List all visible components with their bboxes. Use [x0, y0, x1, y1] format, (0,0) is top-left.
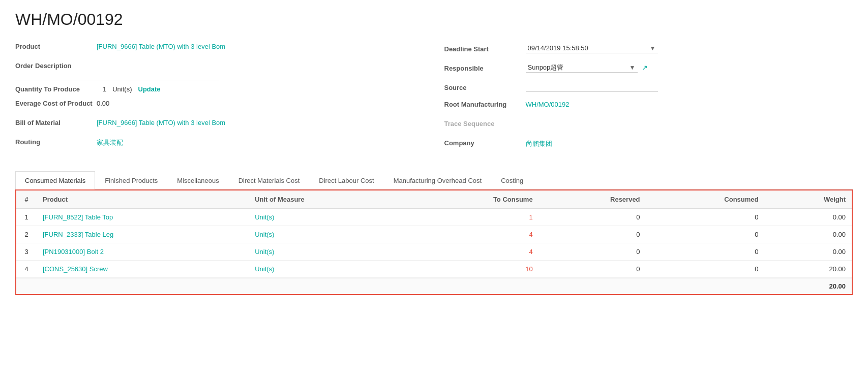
cell-product-1[interactable]: [FURN_8522] Table Top: [37, 209, 249, 226]
everage-cost-value: 0.00: [97, 98, 109, 107]
tab-miscellaneous[interactable]: Miscellaneous: [167, 171, 228, 189]
tab-direct-labour-cost[interactable]: Direct Labour Cost: [309, 171, 383, 189]
table-footer: 20.00: [16, 278, 852, 294]
cell-reserved-3: 0: [539, 243, 646, 261]
cell-num-4: 4: [16, 261, 37, 278]
deadline-label: Deadline Start: [444, 44, 526, 53]
table-row: 4 [CONS_25630] Screw Unit(s) 10 0 0 20.0…: [16, 261, 852, 278]
cell-toconsume-1: 1: [407, 209, 539, 226]
table-header-row: # Product Unit of Measure To Consume Res…: [16, 190, 852, 209]
source-label: Source: [444, 82, 526, 91]
tab-finished-products[interactable]: Finished Products: [95, 171, 167, 189]
responsible-label: Responsible: [444, 63, 526, 72]
cell-consumed-3: 0: [646, 243, 765, 261]
form-left: Product [FURN_9666] Table (MTO) with 3 l…: [15, 41, 424, 157]
qty-value: 1: [103, 85, 106, 93]
table-row: 3 [PN19031000] Bolt 2 Unit(s) 4 0 0 0.00: [16, 243, 852, 261]
col-header-num: #: [16, 190, 37, 209]
col-header-consumed: Consumed: [646, 190, 765, 209]
update-button[interactable]: Update: [138, 85, 161, 93]
col-header-weight: Weight: [765, 190, 852, 209]
cell-num-3: 3: [16, 243, 37, 261]
root-mfg-value[interactable]: WH/MO/00192: [526, 99, 570, 108]
tabs-bar: Consumed Materials Finished Products Mis…: [15, 171, 853, 189]
deadline-input[interactable]: [526, 43, 658, 53]
root-mfg-label: Root Manufacturing: [444, 99, 526, 108]
cell-num-2: 2: [16, 226, 37, 243]
source-row: Source: [444, 80, 853, 94]
cell-weight-1: 0.00: [765, 209, 852, 226]
tab-consumed-materials[interactable]: Consumed Materials: [15, 171, 95, 189]
cell-uom-4[interactable]: Unit(s): [249, 261, 406, 278]
cell-uom-3[interactable]: Unit(s): [249, 243, 406, 261]
qty-label: Quantity To Produce: [15, 85, 97, 93]
col-header-product: Product: [37, 190, 249, 209]
company-label: Company: [444, 138, 526, 147]
cell-uom-1[interactable]: Unit(s): [249, 209, 406, 226]
cell-toconsume-4: 10: [407, 261, 539, 278]
cell-reserved-1: 0: [539, 209, 646, 226]
col-header-to-consume: To Consume: [407, 190, 539, 209]
company-row: Company 尚鹏集团: [444, 138, 853, 152]
deadline-row: Deadline Start ▼: [444, 41, 853, 55]
company-value[interactable]: 尚鹏集团: [526, 138, 552, 148]
trace-label: Trace Sequence: [444, 118, 526, 128]
product-label: Product: [15, 41, 97, 50]
table-row: 2 [FURN_2333] Table Leg Unit(s) 4 0 0 0.…: [16, 226, 852, 243]
qty-row: Quantity To Produce 1 Unit(s) Update: [15, 85, 424, 93]
cell-reserved-4: 0: [539, 261, 646, 278]
cell-weight-4: 20.00: [765, 261, 852, 278]
form-section: Product [FURN_9666] Table (MTO) with 3 l…: [15, 41, 853, 157]
responsible-ext-link-icon[interactable]: ↗: [642, 63, 648, 72]
bill-label: Bill of Material: [15, 117, 97, 126]
cell-consumed-4: 0: [646, 261, 765, 278]
tab-manufacturing-overhead-cost[interactable]: Manufacturing Overhead Cost: [384, 171, 491, 189]
cell-toconsume-2: 4: [407, 226, 539, 243]
responsible-input[interactable]: [526, 62, 638, 73]
cell-weight-2: 0.00: [765, 226, 852, 243]
cell-product-2[interactable]: [FURN_2333] Table Leg: [37, 226, 249, 243]
cell-product-4[interactable]: [CONS_25630] Screw: [37, 261, 249, 278]
bill-value[interactable]: [FURN_9666] Table (MTO) with 3 level Bom: [97, 117, 225, 126]
col-header-uom: Unit of Measure: [249, 190, 406, 209]
cell-toconsume-3: 4: [407, 243, 539, 261]
product-value[interactable]: [FURN_9666] Table (MTO) with 3 level Bom: [97, 41, 225, 50]
tab-direct-materials-cost[interactable]: Direct Materials Cost: [229, 171, 310, 189]
tab-costing[interactable]: Costing: [491, 171, 533, 189]
responsible-select-wrap: ▼: [526, 62, 638, 73]
cell-reserved-2: 0: [539, 226, 646, 243]
page-title: WH/MO/00192: [15, 10, 853, 29]
table-footer-total: 20.00: [805, 282, 846, 290]
cell-consumed-1: 0: [646, 209, 765, 226]
routing-label: Routing: [15, 137, 97, 146]
bill-row: Bill of Material [FURN_9666] Table (MTO)…: [15, 117, 424, 132]
order-desc-underline: [15, 80, 219, 80]
table-row: 1 [FURN_8522] Table Top Unit(s) 1 0 0 0.…: [16, 209, 852, 226]
cell-product-3[interactable]: [PN19031000] Bolt 2: [37, 243, 249, 261]
order-desc-label: Order Description: [15, 60, 97, 70]
cell-consumed-2: 0: [646, 226, 765, 243]
responsible-inner: ▼ ↗: [526, 62, 648, 73]
responsible-row: Responsible ▼ ↗: [444, 60, 853, 75]
col-header-reserved: Reserved: [539, 190, 646, 209]
form-right: Deadline Start ▼ Responsible ▼ ↗ Source: [444, 41, 853, 157]
cell-uom-2[interactable]: Unit(s): [249, 226, 406, 243]
product-row: Product [FURN_9666] Table (MTO) with 3 l…: [15, 41, 424, 55]
cell-weight-3: 0.00: [765, 243, 852, 261]
routing-row: Routing 家具装配: [15, 137, 424, 151]
trace-row: Trace Sequence: [444, 118, 853, 133]
consumed-materials-table: # Product Unit of Measure To Consume Res…: [15, 189, 853, 295]
cell-num-1: 1: [16, 209, 37, 226]
deadline-select-wrap: ▼: [526, 43, 658, 53]
order-desc-row: Order Description: [15, 60, 424, 75]
everage-cost-label: Everage Cost of Product: [15, 98, 97, 107]
source-input[interactable]: [526, 82, 658, 92]
everage-cost-row: Everage Cost of Product 0.00: [15, 98, 424, 112]
routing-value[interactable]: 家具装配: [97, 137, 123, 147]
qty-unit: Unit(s): [112, 85, 132, 93]
root-mfg-row: Root Manufacturing WH/MO/00192: [444, 99, 853, 113]
